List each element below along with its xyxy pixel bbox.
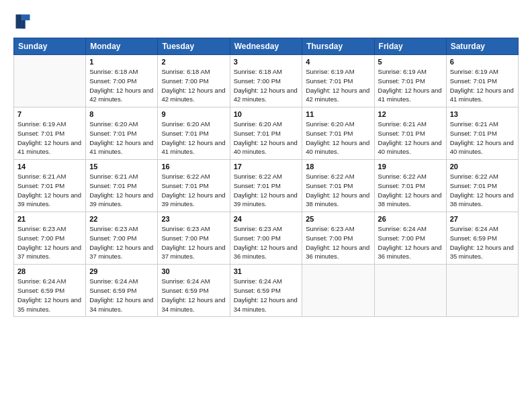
- day-info: Sunrise: 6:20 AMSunset: 7:01 PMDaylight:…: [306, 120, 370, 156]
- day-number: 16: [161, 163, 226, 171]
- day-info: Sunrise: 6:22 AMSunset: 7:01 PMDaylight:…: [234, 172, 299, 209]
- day-number: 8: [89, 110, 154, 118]
- day-number: 13: [450, 110, 515, 118]
- day-info: Sunrise: 6:20 AMSunset: 7:01 PMDaylight:…: [234, 120, 299, 156]
- calendar-cell: 30Sunrise: 6:24 AMSunset: 6:59 PMDayligh…: [158, 265, 230, 317]
- calendar-cell: 13Sunrise: 6:21 AMSunset: 7:01 PMDayligh…: [446, 107, 518, 160]
- day-info: Sunrise: 6:23 AMSunset: 7:00 PMDaylight:…: [89, 224, 154, 261]
- day-info: Sunrise: 6:20 AMSunset: 7:01 PMDaylight:…: [89, 120, 154, 156]
- day-info: Sunrise: 6:22 AMSunset: 7:01 PMDaylight:…: [450, 172, 515, 209]
- day-number: 5: [378, 58, 443, 66]
- day-info: Sunrise: 6:24 AMSunset: 6:59 PMDaylight:…: [161, 277, 226, 314]
- day-number: 23: [161, 215, 226, 223]
- day-number: 26: [378, 215, 443, 223]
- calendar-cell: [446, 265, 518, 317]
- calendar-cell: 14Sunrise: 6:21 AMSunset: 7:01 PMDayligh…: [14, 160, 86, 212]
- day-number: 11: [306, 110, 370, 118]
- calendar-cell: 23Sunrise: 6:23 AMSunset: 7:00 PMDayligh…: [158, 212, 230, 265]
- day-info: Sunrise: 6:23 AMSunset: 7:00 PMDaylight:…: [161, 224, 226, 261]
- calendar-cell: 26Sunrise: 6:24 AMSunset: 7:00 PMDayligh…: [374, 212, 446, 265]
- calendar-cell: [374, 265, 446, 317]
- day-number: 14: [17, 163, 82, 171]
- day-number: 18: [306, 163, 370, 171]
- day-number: 28: [17, 267, 82, 275]
- day-info: Sunrise: 6:18 AMSunset: 7:00 PMDaylight:…: [234, 67, 299, 104]
- calendar-cell: 18Sunrise: 6:22 AMSunset: 7:01 PMDayligh…: [302, 160, 374, 212]
- calendar-cell: 28Sunrise: 6:24 AMSunset: 6:59 PMDayligh…: [14, 265, 86, 317]
- calendar-cell: 21Sunrise: 6:23 AMSunset: 7:00 PMDayligh…: [14, 212, 86, 265]
- day-number: 27: [450, 215, 515, 223]
- calendar-cell: 31Sunrise: 6:24 AMSunset: 6:59 PMDayligh…: [230, 265, 302, 317]
- day-info: Sunrise: 6:22 AMSunset: 7:01 PMDaylight:…: [378, 172, 443, 209]
- day-info: Sunrise: 6:21 AMSunset: 7:01 PMDaylight:…: [378, 120, 443, 156]
- day-number: 22: [89, 215, 154, 223]
- day-number: 19: [378, 163, 443, 171]
- logo-icon: [13, 12, 32, 31]
- calendar-cell: 9Sunrise: 6:20 AMSunset: 7:01 PMDaylight…: [158, 107, 230, 160]
- day-info: Sunrise: 6:24 AMSunset: 7:00 PMDaylight:…: [378, 224, 443, 261]
- calendar-cell: 2Sunrise: 6:18 AMSunset: 7:00 PMDaylight…: [158, 55, 230, 107]
- day-number: 24: [234, 215, 299, 223]
- day-info: Sunrise: 6:22 AMSunset: 7:01 PMDaylight:…: [306, 172, 370, 209]
- day-info: Sunrise: 6:18 AMSunset: 7:00 PMDaylight:…: [89, 67, 154, 104]
- calendar-cell: 6Sunrise: 6:19 AMSunset: 7:01 PMDaylight…: [446, 55, 518, 107]
- logo: [13, 12, 34, 31]
- day-number: 25: [306, 215, 370, 223]
- weekday-header-saturday: Saturday: [446, 38, 518, 55]
- calendar-cell: 29Sunrise: 6:24 AMSunset: 6:59 PMDayligh…: [86, 265, 158, 317]
- calendar-cell: 25Sunrise: 6:23 AMSunset: 7:00 PMDayligh…: [302, 212, 374, 265]
- calendar-cell: 27Sunrise: 6:24 AMSunset: 6:59 PMDayligh…: [446, 212, 518, 265]
- day-info: Sunrise: 6:21 AMSunset: 7:01 PMDaylight:…: [450, 120, 515, 156]
- day-number: 3: [234, 58, 299, 66]
- day-number: 17: [234, 163, 299, 171]
- weekday-header-friday: Friday: [374, 38, 446, 55]
- day-info: Sunrise: 6:22 AMSunset: 7:01 PMDaylight:…: [161, 172, 226, 209]
- calendar-cell: 12Sunrise: 6:21 AMSunset: 7:01 PMDayligh…: [374, 107, 446, 160]
- day-info: Sunrise: 6:20 AMSunset: 7:01 PMDaylight:…: [161, 120, 226, 156]
- day-info: Sunrise: 6:19 AMSunset: 7:01 PMDaylight:…: [450, 67, 515, 104]
- day-info: Sunrise: 6:21 AMSunset: 7:01 PMDaylight:…: [89, 172, 154, 209]
- svg-marker-2: [16, 15, 22, 29]
- day-number: 15: [89, 163, 154, 171]
- week-row-2: 7Sunrise: 6:19 AMSunset: 7:01 PMDaylight…: [14, 107, 519, 160]
- calendar-cell: 19Sunrise: 6:22 AMSunset: 7:01 PMDayligh…: [374, 160, 446, 212]
- weekday-header-sunday: Sunday: [14, 38, 86, 55]
- day-number: 7: [17, 110, 82, 118]
- day-number: 12: [378, 110, 443, 118]
- calendar-cell: 11Sunrise: 6:20 AMSunset: 7:01 PMDayligh…: [302, 107, 374, 160]
- day-number: 6: [450, 58, 515, 66]
- calendar-cell: 8Sunrise: 6:20 AMSunset: 7:01 PMDaylight…: [86, 107, 158, 160]
- day-number: 10: [234, 110, 299, 118]
- calendar-cell: 22Sunrise: 6:23 AMSunset: 7:00 PMDayligh…: [86, 212, 158, 265]
- week-row-3: 14Sunrise: 6:21 AMSunset: 7:01 PMDayligh…: [14, 160, 519, 212]
- calendar-cell: [14, 55, 86, 107]
- weekday-header-wednesday: Wednesday: [230, 38, 302, 55]
- header: [13, 12, 519, 31]
- week-row-5: 28Sunrise: 6:24 AMSunset: 6:59 PMDayligh…: [14, 265, 519, 317]
- day-info: Sunrise: 6:23 AMSunset: 7:00 PMDaylight:…: [17, 224, 82, 261]
- day-number: 30: [161, 267, 226, 275]
- week-row-4: 21Sunrise: 6:23 AMSunset: 7:00 PMDayligh…: [14, 212, 519, 265]
- weekday-header-row: SundayMondayTuesdayWednesdayThursdayFrid…: [14, 38, 519, 55]
- calendar-cell: 17Sunrise: 6:22 AMSunset: 7:01 PMDayligh…: [230, 160, 302, 212]
- day-info: Sunrise: 6:23 AMSunset: 7:00 PMDaylight:…: [306, 224, 370, 261]
- day-info: Sunrise: 6:19 AMSunset: 7:01 PMDaylight:…: [306, 67, 370, 104]
- week-row-1: 1Sunrise: 6:18 AMSunset: 7:00 PMDaylight…: [14, 55, 519, 107]
- calendar-cell: [302, 265, 374, 317]
- calendar-cell: 24Sunrise: 6:23 AMSunset: 7:00 PMDayligh…: [230, 212, 302, 265]
- calendar-cell: 16Sunrise: 6:22 AMSunset: 7:01 PMDayligh…: [158, 160, 230, 212]
- day-info: Sunrise: 6:23 AMSunset: 7:00 PMDaylight:…: [234, 224, 299, 261]
- svg-marker-1: [21, 20, 25, 28]
- day-number: 20: [450, 163, 515, 171]
- day-info: Sunrise: 6:24 AMSunset: 6:59 PMDaylight:…: [234, 277, 299, 314]
- day-number: 4: [306, 58, 370, 66]
- day-number: 31: [234, 267, 299, 275]
- day-info: Sunrise: 6:24 AMSunset: 6:59 PMDaylight:…: [17, 277, 82, 314]
- calendar-cell: 7Sunrise: 6:19 AMSunset: 7:01 PMDaylight…: [14, 107, 86, 160]
- day-number: 29: [89, 267, 154, 275]
- calendar-cell: 5Sunrise: 6:19 AMSunset: 7:01 PMDaylight…: [374, 55, 446, 107]
- weekday-header-tuesday: Tuesday: [158, 38, 230, 55]
- calendar-cell: 10Sunrise: 6:20 AMSunset: 7:01 PMDayligh…: [230, 107, 302, 160]
- calendar-cell: 15Sunrise: 6:21 AMSunset: 7:01 PMDayligh…: [86, 160, 158, 212]
- day-info: Sunrise: 6:19 AMSunset: 7:01 PMDaylight:…: [17, 120, 82, 156]
